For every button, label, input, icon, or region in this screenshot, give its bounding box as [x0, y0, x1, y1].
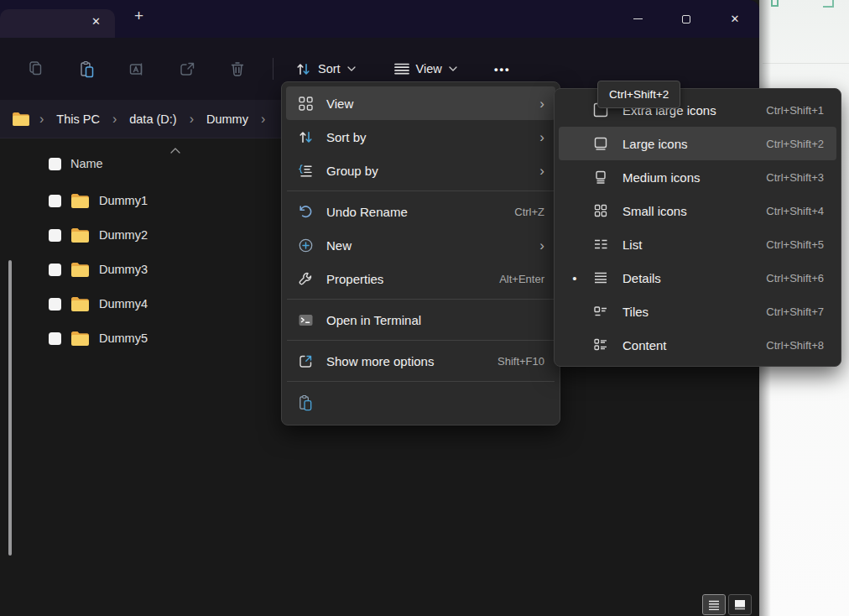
file-name: Dummy4 — [99, 297, 148, 311]
details-view-icon — [591, 269, 611, 286]
context-menu-paste-button[interactable] — [286, 385, 555, 420]
submenu-item-small-icons[interactable]: Small icons Ctrl+Shift+4 — [559, 194, 836, 227]
sort-arrows-icon — [297, 129, 314, 145]
row-checkbox[interactable] — [49, 229, 61, 242]
minimize-button[interactable] — [613, 0, 662, 38]
menu-item-label: Open in Terminal — [326, 313, 544, 327]
paste-button[interactable] — [71, 54, 102, 84]
close-button[interactable]: ✕ — [711, 0, 759, 38]
breadcrumb-chevron-icon[interactable]: › — [112, 112, 117, 126]
chevron-down-icon — [449, 66, 457, 71]
menu-item-label: View — [326, 97, 527, 111]
minimize-icon — [633, 18, 643, 20]
view-submenu: Extra large icons Ctrl+Shift+1 Large ico… — [554, 88, 841, 367]
menu-item-shortcut: Alt+Enter — [499, 273, 544, 285]
tiles-view-icon — [591, 303, 611, 320]
submenu-item-details[interactable]: • Details Ctrl+Shift+6 — [559, 261, 836, 295]
submenu-item-shortcut: Ctrl+Shift+4 — [766, 205, 824, 217]
menu-divider — [287, 340, 555, 341]
titlebar[interactable]: ✕ + ✕ — [0, 0, 759, 38]
paste-icon — [297, 394, 314, 411]
background-glyph — [771, 0, 779, 7]
submenu-item-shortcut: Ctrl+Shift+6 — [766, 272, 824, 285]
select-all-checkbox[interactable] — [49, 158, 61, 170]
folder-icon — [70, 296, 90, 312]
breadcrumb-chevron-icon[interactable]: › — [190, 112, 194, 126]
copy-icon — [28, 60, 44, 77]
file-row-dummy3[interactable]: Dummy3 — [49, 259, 148, 279]
context-menu-item-new[interactable]: New › — [286, 228, 555, 262]
breadcrumb-item-drive[interactable]: data (D:) — [126, 110, 180, 128]
file-row-dummy2[interactable]: Dummy2 — [49, 225, 148, 245]
share-button[interactable] — [172, 54, 202, 84]
view-dropdown[interactable]: View — [386, 54, 466, 84]
submenu-item-medium-icons[interactable]: Medium icons Ctrl+Shift+3 — [559, 160, 836, 194]
submenu-item-shortcut: Ctrl+Shift+5 — [766, 238, 824, 251]
submenu-item-label: Content — [622, 338, 766, 352]
row-checkbox[interactable] — [49, 195, 61, 207]
copy-button[interactable] — [21, 54, 51, 84]
column-header-label: Name — [70, 157, 103, 170]
submenu-item-label: Small icons — [622, 204, 766, 218]
context-menu-item-group-by[interactable]: Group by › — [286, 154, 555, 187]
context-menu-item-sort-by[interactable]: Sort by › — [286, 120, 555, 154]
new-tab-button[interactable]: + — [134, 7, 143, 25]
context-menu-item-open-in-terminal[interactable]: Open in Terminal — [286, 303, 555, 337]
breadcrumb-item-this-pc[interactable]: This PC — [53, 110, 103, 128]
submenu-item-content[interactable]: Content Ctrl+Shift+8 — [559, 328, 836, 362]
delete-button[interactable] — [222, 54, 253, 84]
share-icon — [179, 60, 196, 78]
maximize-button[interactable] — [662, 0, 711, 38]
context-menu-item-show-more-options[interactable]: Show more options Shift+F10 — [286, 344, 555, 378]
menu-item-label: New — [326, 238, 527, 253]
background-glyph — [823, 0, 834, 8]
context-menu: View › Sort by › Group by › — [281, 81, 560, 425]
submenu-item-label: Large icons — [622, 137, 766, 151]
view-label: View — [416, 62, 442, 76]
explorer-tab[interactable]: ✕ — [0, 9, 115, 38]
chevron-right-icon: › — [539, 130, 544, 144]
menu-item-label: Undo Rename — [326, 205, 502, 219]
submenu-item-tiles[interactable]: Tiles Ctrl+Shift+7 — [559, 295, 836, 328]
rename-button[interactable] — [122, 54, 152, 84]
thumbnail-view-button[interactable] — [729, 595, 751, 614]
row-checkbox[interactable] — [49, 332, 61, 345]
folder-icon — [70, 331, 90, 347]
file-name: Dummy1 — [99, 194, 148, 207]
submenu-item-large-icons[interactable]: Large icons Ctrl+Shift+2 — [559, 127, 836, 160]
row-checkbox[interactable] — [49, 298, 61, 311]
submenu-item-list[interactable]: List Ctrl+Shift+5 — [559, 227, 836, 261]
more-options-button[interactable]: ••• — [487, 54, 518, 84]
context-menu-item-properties[interactable]: Properties Alt+Enter — [286, 262, 555, 295]
toolbar-divider — [273, 58, 273, 80]
wrench-icon — [297, 271, 314, 287]
chevron-down-icon — [347, 66, 356, 71]
row-checkbox[interactable] — [49, 264, 61, 276]
breadcrumb-item-dummy[interactable]: Dummy — [203, 110, 252, 128]
breadcrumb-chevron-icon[interactable]: › — [261, 112, 265, 126]
submenu-item-shortcut: Ctrl+Shift+8 — [766, 339, 824, 352]
new-plus-icon — [297, 238, 314, 253]
tab-close-icon[interactable]: ✕ — [91, 15, 101, 28]
details-view-button[interactable] — [703, 595, 725, 614]
breadcrumb-chevron-icon: › — [39, 112, 44, 126]
menu-divider — [287, 191, 555, 191]
sort-dropdown[interactable]: Sort — [287, 54, 364, 84]
sort-label: Sort — [318, 62, 341, 76]
sort-ascending-icon — [170, 148, 180, 154]
folder-icon — [70, 227, 90, 243]
submenu-item-shortcut: Ctrl+Shift+2 — [766, 138, 824, 150]
nav-pane-scrollbar[interactable] — [8, 260, 12, 556]
folder-icon — [70, 193, 90, 209]
context-menu-item-view[interactable]: View › — [286, 86, 555, 120]
file-row-dummy5[interactable]: Dummy5 — [49, 328, 148, 348]
submenu-item-label: Medium icons — [622, 170, 766, 185]
context-menu-item-undo-rename[interactable]: Undo Rename Ctrl+Z — [286, 195, 555, 228]
file-row-dummy4[interactable]: Dummy4 — [49, 294, 148, 314]
menu-item-label: Group by — [326, 164, 527, 178]
file-row-dummy1[interactable]: Dummy1 — [49, 191, 148, 211]
file-rows: Dummy1 Dummy2 Dummy3 — [49, 191, 148, 363]
desktop: ✕ + ✕ — [0, 0, 849, 616]
column-header-name[interactable]: Name — [49, 157, 103, 170]
show-more-options-icon — [297, 353, 314, 369]
